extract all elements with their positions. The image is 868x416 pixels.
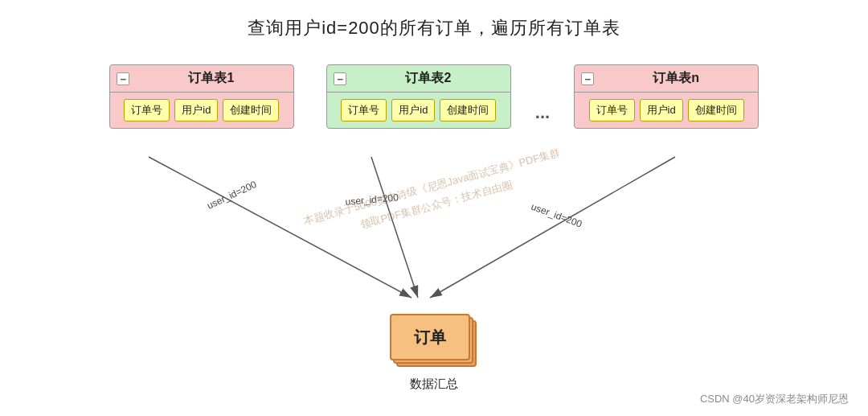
table-1-label: 订单表1 [136, 70, 287, 87]
table-2-field-2: 创建时间 [440, 99, 496, 122]
arrows-diagram: user_id=200 user_id=200 user_id=200 [0, 149, 868, 342]
result-card-front: 订单 [390, 314, 470, 360]
table-1-fields: 订单号 用户id 创建时间 [110, 93, 293, 128]
table-1-field-2: 创建时间 [223, 99, 279, 122]
table-2-header: － 订单表2 [327, 65, 510, 93]
svg-line-2 [371, 157, 418, 298]
table-2-field-1: 用户id [391, 99, 435, 122]
tables-row: － 订单表1 订单号 用户id 创建时间 － 订单表2 订单号 用户id 创建时… [0, 64, 868, 129]
table-1: － 订单表1 订单号 用户id 创建时间 [109, 64, 294, 129]
table-n-label: 订单表n [600, 70, 751, 87]
table-n-field-1: 用户id [640, 99, 683, 122]
table-2: － 订单表2 订单号 用户id 创建时间 [326, 64, 511, 129]
result-card-label: 订单 [414, 327, 446, 348]
table-1-header: － 订单表1 [110, 65, 293, 93]
table-2-field-0: 订单号 [341, 99, 387, 122]
table-n-field-2: 创建时间 [688, 99, 744, 122]
table-n-field-0: 订单号 [589, 99, 635, 122]
svg-line-3 [430, 157, 675, 298]
watermark-line1: 本题收录于5000页史诗级《尼恩Java面试宝典》PDF集群 领取PDF集群公众… [301, 143, 567, 248]
table-n-fields: 订单号 用户id 创建时间 [575, 93, 758, 128]
svg-text:user_id=200: user_id=200 [345, 192, 399, 208]
table-2-fields: 订单号 用户id 创建时间 [327, 93, 510, 128]
table-2-collapse-icon[interactable]: － [334, 72, 346, 85]
svg-text:user_id=200: user_id=200 [205, 179, 258, 212]
table-n-header: － 订单表n [575, 65, 758, 93]
table-2-label: 订单表2 [353, 70, 504, 87]
result-sublabel: 数据汇总 [410, 377, 458, 392]
table-1-field-0: 订单号 [124, 99, 170, 122]
svg-text:user_id=200: user_id=200 [530, 201, 583, 230]
page-container: 查询用户id=200的所有订单，遍历所有订单表 － 订单表1 订单号 用户id … [0, 0, 868, 416]
table-n-collapse-icon[interactable]: － [581, 72, 594, 85]
result-area: 订单 数据汇总 [390, 314, 478, 392]
bottom-credit: CSDN @40岁资深老架构师尼恩 [700, 392, 849, 406]
result-stack: 订单 [390, 314, 478, 370]
page-title: 查询用户id=200的所有订单，遍历所有订单表 [24, 16, 844, 40]
table-1-field-1: 用户id [174, 99, 218, 122]
svg-line-1 [149, 157, 411, 298]
table-n: － 订单表n 订单号 用户id 创建时间 [574, 64, 759, 129]
ellipsis: ... [527, 102, 558, 123]
table-1-collapse-icon[interactable]: － [117, 72, 129, 85]
